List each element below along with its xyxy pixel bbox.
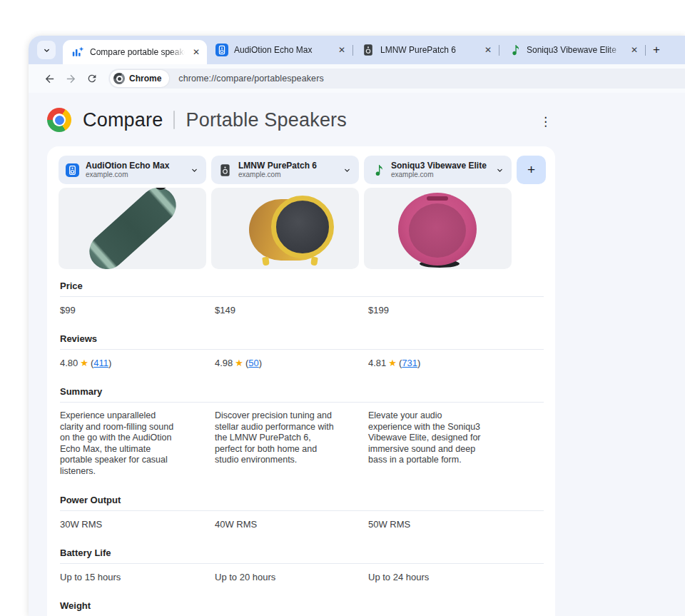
- forward-button[interactable]: [60, 68, 81, 89]
- product-pill-lmnw[interactable]: LMNW PurePatch 6 example.com: [211, 156, 359, 184]
- tab-soniqu3[interactable]: Soniqu3 Vibewave Elite ✕: [499, 36, 645, 64]
- price-value: $149: [215, 305, 368, 315]
- summary-text: Experience unparalleled clarity and room…: [60, 410, 200, 477]
- product-domain: example.com: [391, 171, 495, 179]
- reviews-count-link[interactable]: 411: [93, 358, 108, 368]
- summary-text: Discover precision tuning and stellar au…: [215, 410, 355, 477]
- pill-text: LMNW PurePatch 6 example.com: [238, 161, 342, 179]
- speaker-blue-icon: [66, 163, 79, 177]
- power-value: 30W RMS: [60, 519, 215, 530]
- chrome-page-chip[interactable]: Chrome: [110, 70, 169, 87]
- close-icon[interactable]: ✕: [338, 46, 345, 54]
- star-icon: ★: [388, 358, 397, 368]
- rating-value: 4.80★(411): [60, 358, 215, 368]
- product-domain: example.com: [86, 171, 190, 179]
- tab-label: LMNW PurePatch 6: [380, 45, 479, 55]
- power-value: 40W RMS: [215, 519, 368, 530]
- pill-text: AudiOtion Echo Max example.com: [86, 161, 190, 179]
- tab-label: Compare portable speakers: [90, 47, 187, 57]
- chevron-down-icon: [42, 46, 51, 55]
- chevron-down-icon[interactable]: [190, 166, 199, 175]
- spec-values: Experience unparalleled clarity and room…: [59, 410, 547, 477]
- address-bar[interactable]: Chrome chrome://compare/portablespeakers: [108, 69, 685, 89]
- row-divider: [60, 296, 544, 297]
- page-subtitle: Portable Speakers: [186, 109, 347, 131]
- row-divider: [60, 563, 544, 564]
- battery-value: Up to 20 hours: [215, 572, 368, 582]
- tab-label: AudiOtion Echo Max: [234, 45, 333, 55]
- tab-search-button[interactable]: [37, 41, 56, 59]
- product-name: LMNW PurePatch 6: [238, 161, 342, 171]
- page-title: Compare: [83, 109, 163, 131]
- spec-row-weight: Weight 2 lbs 3 lbs 3.5 lbs: [59, 600, 547, 616]
- spec-values: 4.80★(411) 4.98★(50) 4.81★(731): [59, 358, 547, 368]
- music-note-icon: [508, 44, 521, 56]
- spec-row-price: Price $99 $149 $199: [59, 281, 547, 315]
- product-image-row: [59, 188, 547, 269]
- spec-row-reviews: Reviews 4.80★(411) 4.98★(50) 4.81★(731): [59, 333, 547, 368]
- chevron-down-icon[interactable]: [495, 166, 504, 175]
- spec-values: Up to 15 hours Up to 20 hours Up to 24 h…: [59, 572, 547, 582]
- star-icon: ★: [80, 358, 88, 368]
- price-value: $99: [60, 305, 215, 315]
- summary-text: Elevate your audio experience with the S…: [368, 410, 508, 477]
- yellow-speaker-foot: [262, 256, 270, 266]
- page-content: Compare Portable Speakers ⋮ AudiOtion Ec…: [29, 93, 685, 616]
- yellow-speaker-grille: [271, 196, 334, 258]
- product-pill-audiotion[interactable]: AudiOtion Echo Max example.com: [59, 156, 206, 184]
- yellow-speaker-foot: [310, 256, 318, 266]
- teal-speaker-handle: [146, 188, 171, 192]
- close-icon[interactable]: ✕: [484, 46, 492, 54]
- forward-arrow-icon: [65, 73, 77, 85]
- paren: ): [108, 358, 111, 368]
- tab-compare[interactable]: Compare portable speakers ✕: [63, 40, 207, 64]
- speaker-blue-icon: [215, 44, 228, 56]
- chrome-logo-icon: [47, 108, 71, 132]
- spec-row-power: Power Output 30W RMS 40W RMS 50W RMS: [59, 495, 547, 530]
- product-pill-soniqu3[interactable]: Soniqu3 Vibewave Elite example.com: [364, 156, 512, 184]
- compare-card: AudiOtion Echo Max example.com LMNW Pure…: [47, 146, 555, 616]
- spec-values: $99 $149 $199: [59, 305, 547, 315]
- product-image-pink-speaker: [364, 188, 512, 269]
- chip-label: Chrome: [129, 74, 161, 84]
- product-domain: example.com: [238, 171, 342, 179]
- paren: ): [259, 358, 262, 368]
- spec-row-battery: Battery Life Up to 15 hours Up to 20 hou…: [59, 547, 547, 582]
- paren: ): [417, 358, 420, 368]
- spec-row-summary: Summary Experience unparalleled clarity …: [59, 386, 547, 477]
- star-icon: ★: [235, 358, 243, 368]
- pink-speaker-grille: [409, 203, 466, 258]
- row-divider: [60, 510, 544, 511]
- spec-label: Power Output: [59, 495, 547, 505]
- speaker-dark-icon: [362, 44, 375, 56]
- compare-icon: [71, 46, 84, 59]
- reviews-count-link[interactable]: 731: [402, 358, 417, 368]
- url-text: chrome://compare/portablespeakers: [178, 74, 323, 84]
- rating-number: 4.98: [215, 358, 233, 368]
- product-name: Soniqu3 Vibewave Elite: [391, 161, 495, 171]
- back-button[interactable]: [39, 68, 60, 89]
- product-image-teal-speaker: [59, 188, 206, 269]
- music-note-icon: [371, 163, 385, 177]
- reviews-count-link[interactable]: 50: [248, 358, 258, 368]
- row-divider: [60, 349, 544, 350]
- add-product-button[interactable]: +: [517, 156, 546, 184]
- price-value: $199: [368, 305, 547, 315]
- spec-label: Reviews: [59, 333, 547, 344]
- close-icon[interactable]: ✕: [631, 46, 638, 54]
- tab-lmnw[interactable]: LMNW PurePatch 6 ✕: [353, 36, 499, 64]
- close-icon[interactable]: ✕: [193, 48, 200, 56]
- speaker-dark-icon: [218, 163, 232, 177]
- reload-button[interactable]: [81, 68, 103, 89]
- rating-value: 4.81★(731): [368, 358, 547, 368]
- tab-audiotion[interactable]: AudiOtion Echo Max ✕: [207, 36, 352, 64]
- rating-number: 4.81: [368, 358, 386, 368]
- new-tab-button[interactable]: +: [653, 43, 660, 57]
- tab-strip: Compare portable speakers ✕ AudiOtion Ec…: [29, 36, 685, 64]
- kebab-menu-icon[interactable]: ⋮: [539, 116, 552, 128]
- back-arrow-icon: [44, 73, 56, 85]
- pink-speaker-handle-slot: [427, 196, 448, 201]
- tab-label: Soniqu3 Vibewave Elite: [527, 45, 625, 55]
- spec-label: Price: [59, 281, 547, 291]
- chevron-down-icon[interactable]: [342, 166, 352, 175]
